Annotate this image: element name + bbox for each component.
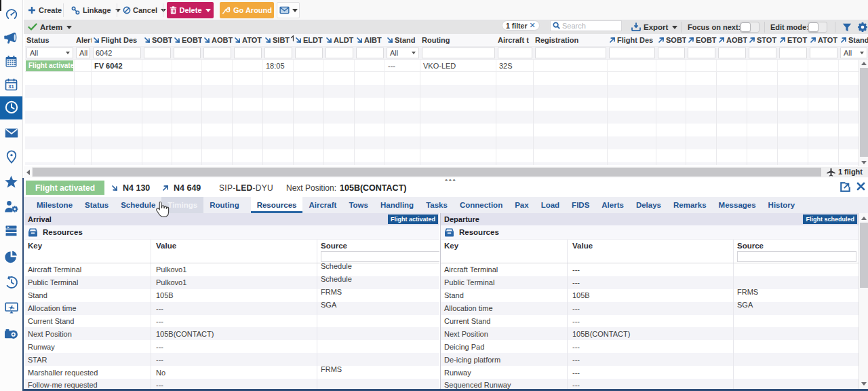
column-header-stot_dep[interactable]: STOT [747,34,778,46]
arrival-source-filter-input[interactable] [321,251,439,262]
resource-row[interactable]: Current Stand--- [441,315,859,328]
resource-row[interactable]: Follow-me requested--- [24,379,439,389]
column-header-status[interactable]: Status [25,34,75,46]
sidebar-item-fids-monitor[interactable] [0,297,22,320]
departure-flight[interactable]: N4 649 [162,181,201,195]
filter-input-aibt_arr[interactable] [356,48,384,58]
tab-pax[interactable]: Pax [509,197,534,213]
filter-chip[interactable]: 1 filter ✕ [502,20,540,31]
column-header-flight_des_arr[interactable]: Flight Des [92,34,142,46]
tab-connection[interactable]: Connection [454,197,509,213]
focus-on-next-toggle[interactable] [740,22,760,33]
search-input[interactable] [562,22,616,30]
tab-aircraft[interactable]: Aircraft [302,197,342,213]
column-header-atot_arr[interactable]: ATOT [233,34,263,46]
sidebar-item-envelope[interactable] [0,122,22,145]
filter-funnel-icon[interactable] [842,20,852,34]
table-vertical-scrollbar[interactable] [859,60,868,166]
column-header-stand_arr[interactable]: Stand [385,34,420,46]
delete-button[interactable]: Delete [167,2,214,18]
arrival-flight[interactable]: N4 130 [111,181,150,195]
filter-input-aobt_arr[interactable] [203,48,231,58]
filter-input-sibt_arr[interactable] [264,48,292,58]
tab-milestone[interactable]: Milestone [31,197,79,213]
filter-input-aobt_dep[interactable] [718,48,746,58]
filter-input-atot_dep[interactable] [810,48,837,58]
filter-input-eobt_dep[interactable] [688,48,715,58]
tab-status[interactable]: Status [79,197,115,213]
tab-alerts[interactable]: Alerts [595,197,630,213]
tab-resources[interactable]: Resources [251,197,303,213]
column-header-sobt_arr[interactable]: SOBT [142,34,172,46]
filter-input-registration[interactable] [535,48,606,58]
tab-delays[interactable]: Delays [630,197,667,213]
detail-scroll-up-icon[interactable] [859,215,868,222]
column-header-aibt_arr[interactable]: AIBT [355,34,385,46]
column-header-alert[interactable]: Alert [75,34,92,46]
column-header-eldt_arr[interactable]: ELDT [294,34,324,46]
tab-history[interactable]: History [762,197,802,213]
resource-row[interactable]: Stand105BFRMS [441,289,859,302]
column-header-aobt_dep[interactable]: AOBT [717,34,747,46]
sidebar-item-storage[interactable] [0,220,22,243]
resource-row[interactable]: Allocation time---SGA [24,302,439,315]
departure-source-filter-input[interactable] [737,251,856,262]
scroll-down-icon[interactable] [859,159,868,166]
sidebar-item-location-pin[interactable] [0,146,22,169]
filter-input-aldt_arr[interactable] [326,48,353,58]
create-button[interactable]: Create [28,2,62,18]
column-header-atot_dep[interactable]: ATOT [808,34,839,46]
column-header-sobt_dep[interactable]: SOBT [656,34,686,46]
tab-remarks[interactable]: Remarks [667,197,713,213]
filter-input-atot_arr[interactable] [234,48,262,58]
resource-row[interactable]: Marshaller requestedNoFRMS [24,366,439,379]
filter-input-stot_dep[interactable] [749,48,776,58]
filter-input-sobt_dep[interactable] [658,48,685,58]
sidebar-item-pie-chart[interactable] [0,246,22,269]
resource-row[interactable]: Next Position105B(CONTACT) [24,327,439,340]
tab-tasks[interactable]: Tasks [420,197,454,213]
tab-schedule[interactable]: Schedule [115,197,161,213]
table-row-flight[interactable]: Flight activated FV 6042 18:05 --- VKO-L… [25,60,868,72]
resource-row[interactable]: Next Position105B(CONTACT) [441,327,859,340]
messages-menu-button[interactable] [277,2,300,18]
edit-mode-toggle[interactable] [808,22,827,33]
filter-input-eldt_arr[interactable] [295,48,323,58]
cancel-button[interactable]: Cancel [123,2,166,18]
resource-row[interactable]: Aircraft Terminal--- [441,263,859,276]
resource-row[interactable]: Public TerminalPulkovo1Schedule [24,276,439,289]
departure-resources-section-header[interactable]: Resources [441,225,859,240]
filter-input-sobt_arr[interactable] [144,48,171,58]
sidebar-item-gauge[interactable] [0,3,22,26]
sidebar-item-camera[interactable] [0,323,22,346]
sidebar-item-history[interactable] [0,272,22,295]
open-in-window-icon[interactable] [840,182,850,192]
remove-filter-icon[interactable]: ✕ [530,21,536,30]
column-header-eobt_dep[interactable]: EOBT [686,34,717,46]
resource-row[interactable]: De-icing platform--- [441,353,859,366]
column-header-aldt_arr[interactable]: ALDT [324,34,355,46]
resource-row[interactable]: Runway--- [24,340,439,353]
sidebar-item-star[interactable] [0,171,22,194]
filter-input-etot_dep[interactable] [779,48,807,58]
tab-handling[interactable]: Handling [374,197,420,213]
resource-row[interactable]: Current Stand--- [24,315,439,328]
tab-tows[interactable]: Tows [342,197,374,213]
scrollbar-thumb[interactable] [33,168,821,176]
resource-row[interactable]: Deicing Pad--- [441,340,859,353]
export-button[interactable]: Export [631,20,677,34]
view-selector[interactable]: Artem [28,20,72,34]
filter-select-status[interactable]: All [26,48,73,58]
filter-input-eobt_arr[interactable] [174,48,201,58]
filter-input-flight_des_dep[interactable] [609,48,655,58]
column-header-eobt_arr[interactable]: EOBT [172,34,202,46]
resource-row[interactable]: Public Terminal--- [441,276,859,289]
filter-input-aircraft_type[interactable] [498,48,532,58]
column-header-aircraft_type[interactable]: Aircraft t [496,34,534,46]
filter-input-flight_des_arr[interactable] [93,48,141,58]
resource-row[interactable]: Sequenced Runway--- [441,379,859,389]
sidebar-item-megaphone[interactable] [0,27,22,50]
sidebar-item-clock[interactable] [0,96,22,119]
filter-select-stand_arr[interactable]: All [387,48,419,58]
resource-row[interactable]: Runway--- [441,366,859,379]
